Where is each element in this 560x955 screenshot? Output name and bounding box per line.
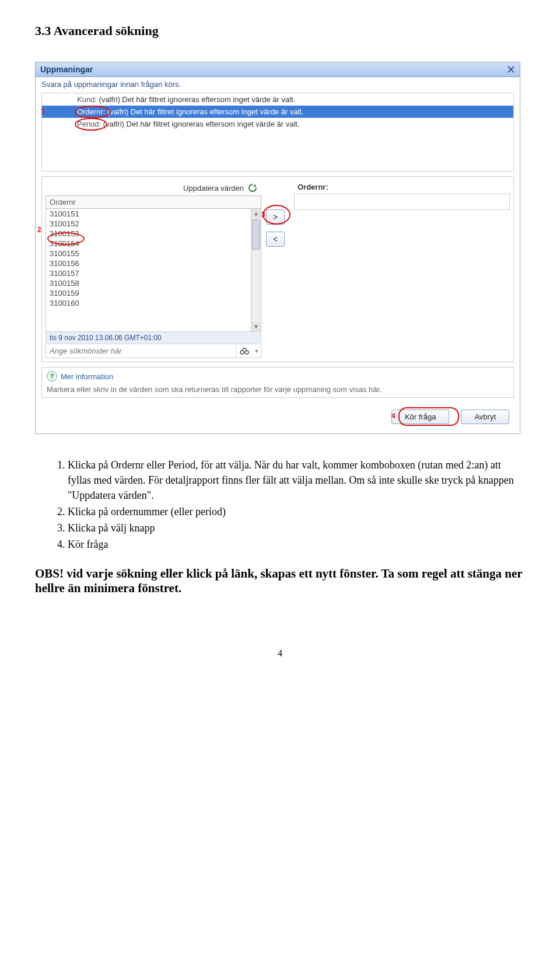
prompt-dialog: Uppmaningar Svara på uppmaningar innan f… [35,62,520,434]
selected-list[interactable] [294,194,510,210]
move-buttons-column: 3 > < [266,180,289,358]
picker-panel: Uppdatera värden Ordernr 3100151 3100152… [41,176,514,362]
instruction-item: Kör fråga [68,537,525,552]
selected-column: Ordernr: [294,180,510,358]
section-heading: 3.3 Avancerad sökning [35,23,525,39]
scroll-thumb[interactable] [252,219,260,250]
filter-row-ordernr[interactable]: Ordernr: (valfri) Det här filtret ignore… [42,106,513,118]
move-left-button[interactable]: < [266,232,285,247]
info-text: Markera eller skriv in de värden som ska… [47,385,509,394]
list-item[interactable]: 3100154 [46,239,261,249]
dropdown-arrow-icon[interactable]: ▼ [253,344,261,358]
instruction-block: Klicka på Ordernr eller Period, för att … [52,457,525,552]
list-item[interactable]: 3100153 [46,229,261,239]
refresh-icon[interactable] [247,183,258,193]
more-info-label: Mer information [61,372,113,381]
list-item[interactable]: 3100159 [46,288,261,298]
dialog-button-bar: 4 Kör fråga Avbryt [36,401,520,433]
timestamp-label: tis 9 nov 2010 13.06.06 GMT+01:00 [46,332,261,344]
list-item[interactable]: 3100151 [46,209,261,219]
list-item[interactable]: 3100157 [46,268,261,278]
selected-header: Ordernr: [294,180,510,194]
info-panel: ? Mer information Markera eller skriv in… [41,367,514,398]
list-item[interactable]: 3100156 [46,258,261,268]
page-number: 4 [35,648,525,659]
dialog-titlebar: Uppmaningar [36,62,520,77]
binoculars-icon[interactable] [236,344,253,358]
filter-empty-space [42,130,513,171]
dialog-title: Uppmaningar [40,65,93,74]
filter-row-period[interactable]: Period: (valfri) Det här filtret ignorer… [42,118,513,130]
close-icon[interactable] [507,65,515,74]
refresh-label: Uppdatera värden [183,184,244,193]
instruction-item: Klicka på Ordernr eller Period, för att … [68,457,525,503]
list-item[interactable]: 3100152 [46,219,261,229]
more-info-row[interactable]: ? Mer information [47,371,509,382]
annotation-number-3: 3 [261,211,265,219]
available-list[interactable]: 3100151 3100152 3100153 3100154 3100155 … [46,209,261,332]
available-column: Uppdatera värden Ordernr 3100151 3100152… [46,180,261,358]
list-header: Ordernr [46,195,261,209]
dialog-subtitle: Svara på uppmaningar innan frågan körs. [36,77,520,92]
search-row: ▼ [46,344,261,358]
run-query-button[interactable]: Kör fråga [391,410,449,424]
svg-point-1 [245,351,249,354]
list-item[interactable]: 3100158 [46,278,261,288]
filter-list: Kund: (valfri) Det här filtret ignoreras… [41,93,514,172]
help-icon: ? [47,371,57,382]
scroll-up-icon[interactable]: ▲ [251,209,261,218]
filter-row-kund[interactable]: Kund: (valfri) Det här filtret ignoreras… [42,93,513,106]
instruction-item: Klicka på välj knapp [68,520,525,536]
list-item[interactable]: 3100155 [46,249,261,258]
scroll-down-icon[interactable]: ▼ [251,322,261,331]
scrollbar[interactable]: ▲ ▼ [251,209,261,331]
annotation-number-2: 2 [37,226,41,234]
cancel-button[interactable]: Avbryt [461,410,509,424]
obs-note: OBS! vid varje sökning eller klick på lä… [35,566,525,596]
move-right-button[interactable]: > [266,209,285,225]
list-item[interactable]: 3100160 [46,298,261,308]
svg-point-0 [240,351,244,354]
search-input[interactable] [46,344,236,358]
instruction-item: Klicka på ordernummer (eller period) [68,504,525,519]
refresh-row: Uppdatera värden [46,180,261,195]
